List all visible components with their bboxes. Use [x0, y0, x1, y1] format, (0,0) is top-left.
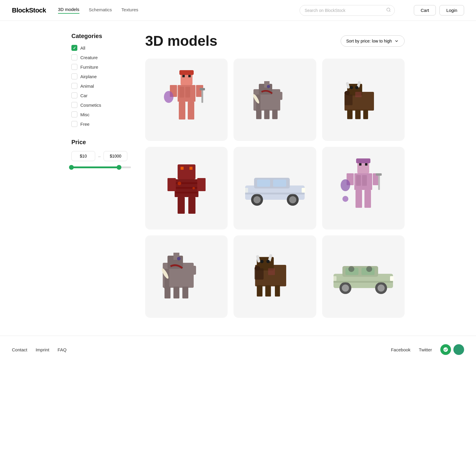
model-car-green [331, 257, 396, 296]
svg-point-32 [355, 86, 358, 89]
model-car-white [242, 169, 308, 207]
svg-point-34 [345, 91, 350, 95]
checkbox-furniture[interactable] [71, 64, 77, 70]
category-all[interactable]: All [71, 45, 131, 51]
category-cosmetics[interactable]: Cosmetics [71, 102, 131, 108]
svg-rect-63 [245, 193, 305, 194]
checkbox-free[interactable] [71, 121, 77, 127]
search-bar [300, 5, 395, 16]
svg-rect-25 [264, 109, 270, 119]
footer-imprint[interactable]: Imprint [36, 347, 49, 352]
footer-twitter[interactable]: Twitter [419, 347, 432, 352]
price-inputs: – [71, 151, 131, 161]
checkbox-airplane[interactable] [71, 73, 77, 79]
svg-rect-68 [356, 175, 361, 186]
categories-title: Categories [71, 33, 131, 40]
svg-rect-77 [376, 173, 382, 176]
footer-facebook[interactable]: Facebook [391, 347, 411, 352]
svg-rect-36 [355, 109, 361, 119]
svg-point-109 [378, 284, 385, 292]
svg-point-85 [177, 257, 181, 260]
product-card-4[interactable] [145, 147, 228, 229]
main-nav: 3D models Schematics Textures [58, 7, 138, 14]
category-animal-label: Animal [80, 84, 94, 89]
svg-point-114 [366, 266, 372, 272]
product-card-9[interactable] [322, 235, 405, 318]
product-card-3[interactable] [322, 59, 405, 141]
category-misc[interactable]: Misc [71, 111, 131, 117]
sidebar: Categories All Creature Furniture Airpla… [71, 33, 131, 318]
price-thumb-left[interactable] [69, 165, 74, 170]
footer-links: Contact Imprint FAQ [12, 347, 67, 352]
checkbox-creature[interactable] [71, 54, 77, 60]
category-furniture-label: Furniture [80, 65, 98, 70]
model-bison2 [247, 251, 303, 302]
category-car-label: Car [80, 93, 87, 98]
svg-rect-41 [181, 167, 184, 170]
nav-textures[interactable]: Textures [121, 7, 138, 13]
price-min-input[interactable] [71, 151, 95, 161]
product-card-5[interactable] [234, 147, 316, 229]
nav-schematics[interactable]: Schematics [89, 7, 112, 13]
chevron-down-icon [394, 39, 399, 43]
price-slider[interactable] [71, 166, 131, 168]
svg-rect-4 [188, 75, 191, 77]
svg-rect-50 [176, 192, 197, 194]
svg-rect-61 [302, 188, 305, 193]
category-free[interactable]: Free [71, 121, 131, 127]
svg-rect-76 [378, 173, 380, 190]
svg-rect-42 [190, 167, 192, 170]
svg-point-33 [350, 86, 353, 89]
footer-icon-2[interactable] [453, 344, 464, 355]
category-cosmetics-label: Cosmetics [80, 103, 101, 108]
checkbox-cosmetics[interactable] [71, 102, 77, 108]
price-thumb-right[interactable] [117, 165, 121, 170]
footer-contact[interactable]: Contact [12, 347, 27, 352]
logo[interactable]: BlockStock [12, 7, 46, 14]
checkbox-animal[interactable] [71, 83, 77, 89]
checkbox-misc[interactable] [71, 111, 77, 117]
svg-point-94 [266, 260, 270, 263]
model-monster [163, 158, 210, 218]
checkbox-car[interactable] [71, 92, 77, 98]
product-card-7[interactable] [145, 235, 228, 318]
footer-right: Facebook Twitter [391, 344, 464, 355]
product-card-2[interactable] [234, 59, 316, 141]
svg-rect-11 [188, 102, 194, 119]
category-furniture[interactable]: Furniture [71, 64, 131, 70]
category-car[interactable]: Car [71, 92, 131, 98]
svg-rect-99 [275, 285, 280, 297]
svg-point-14 [164, 91, 173, 103]
price-max-input[interactable] [104, 151, 127, 161]
price-separator: – [98, 154, 101, 159]
footer: Contact Imprint FAQ Facebook Twitter [0, 336, 476, 363]
category-creature[interactable]: Creature [71, 54, 131, 60]
category-creature-label: Creature [80, 55, 98, 60]
product-card-8[interactable] [234, 235, 316, 318]
svg-rect-26 [272, 109, 278, 119]
footer-icon-1[interactable] [440, 344, 451, 355]
category-animal[interactable]: Animal [71, 83, 131, 89]
svg-rect-24 [256, 109, 262, 119]
category-airplane[interactable]: Airplane [71, 73, 131, 79]
svg-point-75 [341, 179, 350, 191]
price-title: Price [71, 139, 131, 146]
price-slider-fill [71, 166, 119, 168]
cart-button[interactable]: Cart [414, 5, 436, 15]
footer-faq[interactable]: FAQ [58, 347, 67, 352]
model-warrior-pink [163, 70, 210, 130]
svg-rect-111 [333, 276, 336, 281]
nav-3d-models[interactable]: 3D models [58, 7, 79, 14]
svg-point-95 [260, 260, 264, 263]
header-actions: Cart Login [414, 5, 464, 15]
login-button[interactable]: Login [439, 5, 464, 15]
svg-point-113 [348, 266, 354, 272]
product-card-6[interactable] [322, 147, 405, 229]
product-card-1[interactable] [145, 59, 228, 141]
svg-rect-38 [345, 95, 353, 105]
sort-dropdown[interactable]: Sort by price: low to high [341, 35, 405, 47]
svg-rect-66 [365, 163, 367, 166]
search-input[interactable] [300, 5, 395, 16]
checkbox-all[interactable] [71, 45, 77, 51]
svg-rect-44 [167, 178, 176, 191]
